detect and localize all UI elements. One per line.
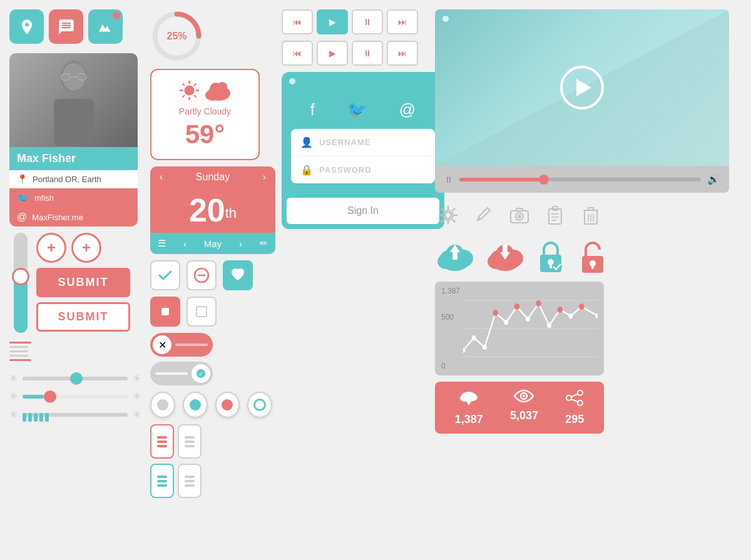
activity-icon	[97, 18, 115, 36]
icons-grid	[435, 199, 604, 232]
sign-in-button[interactable]: Sign In	[287, 198, 439, 224]
pill-btn-3[interactable]	[150, 464, 174, 498]
media-pause-btn[interactable]: ⏸	[352, 9, 383, 34]
profile-location: Portland OR, Earth	[33, 175, 101, 184]
email-login-icon[interactable]: @	[399, 100, 416, 120]
svg-point-20	[217, 82, 227, 92]
toggle-line-1	[175, 344, 208, 346]
submit-button-2[interactable]: SUBMIT	[36, 302, 130, 332]
h-slider-track-2[interactable]	[23, 395, 128, 399]
login-social-row: f 🐦 @	[282, 91, 444, 129]
video-progress-track[interactable]	[459, 178, 701, 181]
toggle-thumb-2: ✓	[192, 364, 210, 383]
radio-2[interactable]	[183, 392, 208, 418]
h-slider-track-1[interactable]	[23, 377, 128, 380]
media-skip-fwd-btn2[interactable]: ⏭	[387, 41, 418, 66]
facebook-icon[interactable]: f	[310, 100, 315, 120]
checkbox-empty[interactable]	[186, 297, 217, 327]
media-play-btn[interactable]: ▶	[317, 9, 348, 34]
download-cloud-icon[interactable]	[485, 238, 526, 275]
pill-btn-1[interactable]	[150, 424, 174, 459]
stat-downloads: 1,387	[455, 389, 483, 426]
password-field[interactable]: 🔒 PASSWORD	[291, 156, 435, 183]
slider-thumb[interactable]	[12, 268, 29, 285]
calendar-next-btn[interactable]: ›	[263, 171, 266, 183]
pause-small-icon[interactable]: ⏸	[444, 175, 453, 185]
radio-4[interactable]	[247, 392, 272, 418]
pencil-icon-item[interactable]	[471, 205, 497, 225]
add-button-1[interactable]: +	[36, 233, 66, 263]
profile-twitter-row[interactable]: 🐦 mfish	[9, 188, 138, 208]
cancel-icon	[193, 267, 210, 284]
clipboard-icon	[546, 205, 564, 225]
trash-icon-item[interactable]	[578, 205, 604, 225]
chat-bubble[interactable]	[49, 9, 83, 44]
volume-icon[interactable]: 🔊	[707, 173, 720, 185]
edit-icon[interactable]: ✏	[260, 238, 268, 249]
lock-icon-item[interactable]	[535, 238, 566, 275]
progress-circle: 25%	[150, 9, 203, 63]
pill-btn-4[interactable]	[178, 464, 202, 498]
video-progress-thumb[interactable]	[539, 175, 549, 185]
add-button-2[interactable]: +	[71, 233, 101, 263]
svg-point-72	[579, 303, 585, 310]
clipboard-icon-item[interactable]	[542, 205, 568, 225]
lock-icon: 🔒	[300, 164, 313, 176]
media-skip-fwd-btn[interactable]: ⏭	[387, 9, 418, 34]
svg-line-83	[571, 394, 578, 397]
media-controls-row1: ⏮ ▶ ⏸ ⏭	[282, 9, 426, 34]
slider-line	[9, 355, 28, 357]
camera-icon-item[interactable]	[506, 205, 533, 225]
media-skip-back-btn2[interactable]: ⏮	[282, 41, 313, 66]
upload-cloud-icon[interactable]	[435, 238, 476, 275]
video-screen[interactable]	[435, 9, 729, 166]
vertical-slider[interactable]	[14, 233, 28, 333]
submit-button-1[interactable]: SUBMIT	[36, 268, 130, 297]
checkbox-stop[interactable]	[150, 297, 180, 327]
profile-website-row[interactable]: @ MaxFisher.me	[9, 208, 138, 227]
pencil-icon	[475, 206, 493, 224]
media-play-btn2[interactable]: ▶	[317, 41, 348, 66]
checkbox-cancel[interactable]	[186, 260, 217, 290]
video-play-button[interactable]	[560, 66, 604, 109]
calendar-prev-month-btn[interactable]: ‹	[183, 238, 186, 249]
checkbox-checked[interactable]	[150, 260, 180, 290]
checkbox-heart[interactable]	[223, 260, 253, 290]
stat-views: 5,037	[510, 389, 538, 426]
twitter-icon: 🐦	[17, 192, 29, 204]
notification-dot	[113, 12, 120, 19]
stop-icon	[156, 303, 174, 320]
toggle-switch-2[interactable]: ✓	[150, 362, 213, 385]
h-slider-thumb-1[interactable]	[70, 372, 83, 385]
slider-line	[9, 342, 31, 344]
location-bubble[interactable]	[9, 9, 44, 44]
activity-bubble[interactable]	[88, 9, 123, 44]
h-slider-track-3[interactable]	[23, 413, 128, 417]
toggle-pills	[150, 424, 272, 498]
chat-icon	[58, 18, 75, 36]
video-controls-bar: ⏸ 🔊	[435, 166, 729, 193]
profile-website: MaxFisher.me	[32, 213, 83, 222]
twitter-login-icon[interactable]: 🐦	[347, 100, 367, 120]
svg-rect-57	[591, 265, 594, 269]
pill-row-2	[150, 464, 272, 498]
calendar-next-month-btn[interactable]: ›	[239, 238, 242, 249]
sun-small-icon-3: ✳	[9, 409, 18, 420]
svg-point-26	[445, 212, 451, 218]
calendar-prev-btn[interactable]: ‹	[160, 171, 163, 183]
chart-mid-label: 500	[441, 313, 454, 322]
unlock-icon-item[interactable]	[576, 238, 610, 275]
stats-bar: 1,387 5,037	[435, 382, 604, 434]
camera-icon	[509, 206, 529, 224]
radio-1[interactable]	[150, 392, 175, 418]
buttons-column: + + SUBMIT SUBMIT	[36, 233, 141, 332]
h-slider-thumb-2[interactable]	[44, 390, 56, 403]
gear-icon-item[interactable]	[435, 205, 461, 225]
media-pause-btn2[interactable]: ⏸	[352, 41, 383, 66]
pill-btn-2[interactable]	[178, 424, 202, 459]
username-field[interactable]: 👤 USERNAME	[291, 129, 435, 156]
toggle-switch-1[interactable]: ✕	[150, 333, 213, 357]
media-skip-back-btn[interactable]: ⏮	[282, 9, 313, 34]
radio-3[interactable]	[215, 392, 240, 418]
h-slider-fill-2	[23, 395, 44, 399]
